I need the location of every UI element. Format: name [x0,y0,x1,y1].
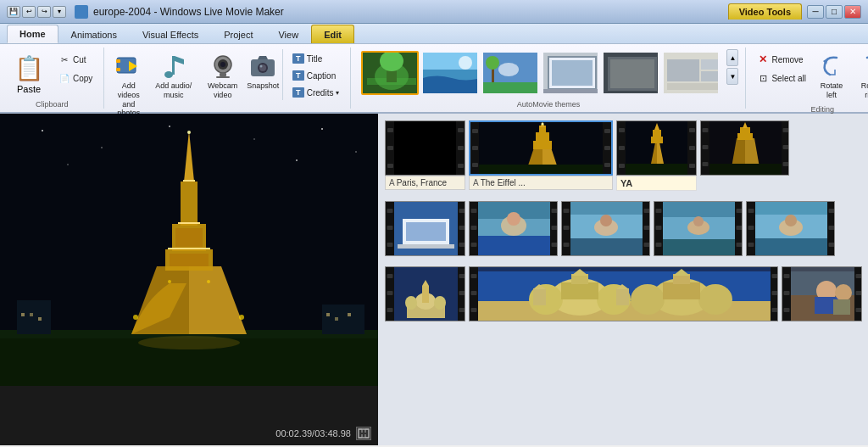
cut-button[interactable]: ✂ Cut [54,51,97,68]
clip-person-indoor[interactable] [782,266,862,321]
webcam-button[interactable]: Webcam video [201,49,244,103]
themes-scroll-up[interactable]: ▲ [726,49,738,66]
title-button[interactable]: T Title [288,51,344,66]
clip-boat1[interactable] [469,201,558,256]
svg-rect-165 [748,209,754,213]
theme-2[interactable] [421,51,479,95]
svg-point-8 [220,62,225,67]
tab-animations[interactable]: Animations [58,25,130,43]
caption-button[interactable]: T Caption [288,68,344,83]
clip-mixed-frame[interactable] [385,201,465,256]
svg-point-22 [459,56,472,70]
menu-btn[interactable]: ▾ [53,6,66,18]
clip-boat2[interactable] [561,201,650,256]
theme-1[interactable] [361,51,419,95]
clip-paris[interactable]: A Paris, France [385,120,465,191]
svg-rect-40 [667,83,718,90]
copy-button[interactable]: 📄 Copy [54,70,97,87]
maximize-btn[interactable]: □ [826,5,843,19]
add-videos-button[interactable]: Add videos and photos [111,49,146,121]
clip-eiffel-frame[interactable] [469,120,613,176]
clip-person-frame[interactable] [782,266,862,321]
clip-church-wide-frame[interactable] [469,266,778,321]
svg-point-46 [169,126,170,127]
svg-rect-193 [471,274,477,278]
svg-rect-188 [422,286,429,303]
clip-extra1[interactable] [700,120,789,191]
time-display: 00:02.39/03:48.98 [275,428,351,439]
clip-mixed[interactable] [385,201,465,256]
credits-dropdown-icon[interactable]: ▾ [336,89,339,97]
remove-button[interactable]: ✕ Remove [753,51,810,68]
svg-point-230 [835,284,852,301]
svg-point-50 [67,164,69,165]
video-tools-tab: Video Tools [728,3,802,20]
close-btn[interactable]: ✕ [844,5,861,19]
clip-ya-frame[interactable] [616,120,697,176]
svg-rect-32 [543,89,599,95]
fullscreen-button[interactable] [356,427,371,440]
save-btn[interactable]: 💾 [7,6,20,18]
clip-extra1-frame[interactable] [700,120,789,176]
tab-view[interactable]: View [265,25,311,43]
tab-visual-effects[interactable]: Visual Effects [130,25,211,43]
theme-5[interactable] [602,51,659,95]
rotate-right-button[interactable]: Rotate right [853,49,868,103]
svg-rect-108 [740,127,750,135]
svg-rect-224 [856,291,862,295]
svg-rect-208 [616,288,629,305]
window-controls[interactable]: ─ □ ✕ [807,5,861,19]
select-all-button[interactable]: ⊡ Select all [753,70,810,87]
svg-rect-64 [178,222,200,224]
theme-6[interactable] [662,51,720,95]
minimize-btn[interactable]: ─ [807,5,824,19]
svg-rect-57 [170,254,209,266]
tab-home[interactable]: Home [7,25,58,43]
redo-btn[interactable]: ↪ [37,6,51,18]
tab-project[interactable]: Project [211,25,265,43]
clip-boat3[interactable] [654,201,743,256]
clip-church-small-frame[interactable] [385,266,465,321]
svg-rect-152 [656,209,662,213]
tab-edit[interactable]: Edit [311,25,354,43]
paste-button[interactable]: 📋 Paste [7,49,51,97]
svg-rect-153 [656,226,662,230]
themes-scroll[interactable]: ▲ ▼ [726,49,738,85]
svg-rect-117 [459,209,465,213]
clip-church-small[interactable] [385,266,465,321]
svg-rect-167 [748,243,754,247]
svg-rect-221 [784,291,790,295]
credits-button[interactable]: T Credits ▾ [288,85,344,100]
ribbon-tabs: Home Animations Visual Effects Project V… [0,24,868,44]
undo-btn[interactable]: ↩ [22,6,36,18]
clip-boat3-frame[interactable] [654,201,743,256]
clip-ya[interactable]: YA [616,120,697,191]
svg-point-87 [542,123,544,126]
svg-rect-65 [168,248,210,249]
add-music-button[interactable]: Add audio/ music [149,49,198,103]
filmstrip-area[interactable]: A Paris, France [378,114,868,445]
themes-scroll-down[interactable]: ▼ [726,68,738,85]
theme-4[interactable] [542,51,599,95]
title-icon: T [292,53,304,64]
svg-rect-222 [784,308,790,312]
video-preview-panel: 00:02.39/03:48.98 [0,114,378,445]
svg-rect-121 [406,222,446,241]
clip-boat4-frame[interactable] [746,201,835,256]
svg-rect-204 [561,282,598,299]
rotate-left-button[interactable]: Rotate left [814,49,849,103]
snapshot-button[interactable]: Snapshot [248,49,279,94]
clip-eiffel-selected[interactable]: A The Eiffel ... [469,120,613,191]
clip-boat1-frame[interactable] [469,201,558,256]
svg-rect-169 [829,226,835,230]
svg-point-212 [631,284,665,315]
quick-access[interactable]: 💾 ↩ ↪ ▾ [7,6,66,18]
clip-paris-frame[interactable] [385,120,465,176]
clip-church-wide[interactable] [469,266,778,321]
app-icon [75,5,88,19]
svg-rect-128 [471,243,477,247]
clip-boat2-frame[interactable] [561,201,650,256]
theme-3[interactable] [481,51,539,95]
clip-boat4[interactable] [746,201,835,256]
svg-rect-71 [17,300,51,334]
